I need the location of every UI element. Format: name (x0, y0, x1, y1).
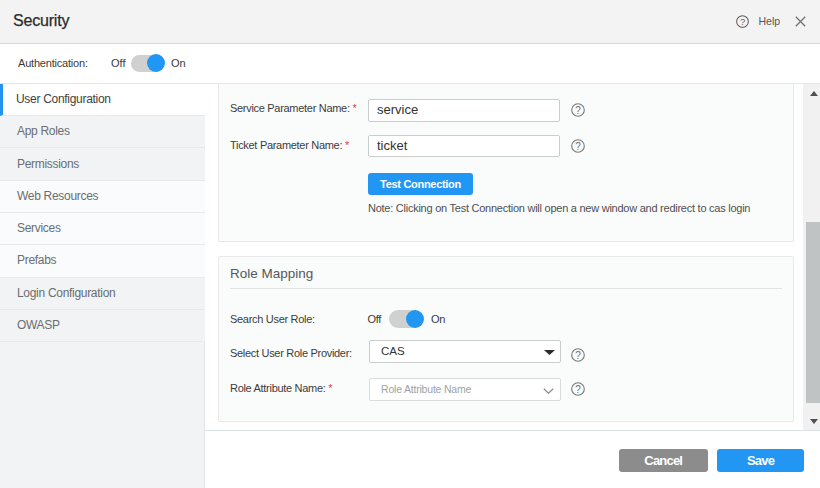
svg-text:?: ? (575, 105, 581, 116)
svg-text:?: ? (740, 17, 745, 27)
svg-text:?: ? (575, 140, 581, 151)
svg-text:?: ? (575, 349, 581, 360)
svg-text:?: ? (575, 384, 581, 395)
